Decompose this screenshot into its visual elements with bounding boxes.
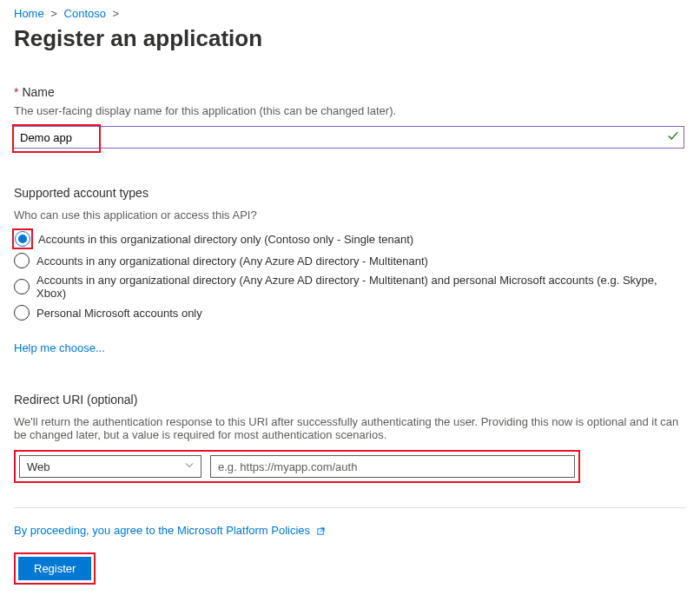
breadcrumb-tenant[interactable]: Contoso bbox=[64, 7, 106, 20]
radio-label: Accounts in any organizational directory… bbox=[36, 255, 428, 268]
radio-option-personal[interactable]: Personal Microsoft accounts only bbox=[14, 305, 686, 321]
name-input-wrap bbox=[12, 126, 684, 149]
platform-select-wrap: Web bbox=[19, 455, 201, 478]
account-types-heading: Supported account types bbox=[14, 186, 686, 200]
page-title: Register an application bbox=[14, 25, 686, 52]
radio-label: Personal Microsoft accounts only bbox=[36, 307, 202, 320]
required-star-icon: * bbox=[14, 85, 18, 99]
help-me-choose-link[interactable]: Help me choose... bbox=[14, 341, 105, 354]
radio-circle-icon bbox=[15, 231, 30, 247]
radio-option-single-tenant[interactable]: Accounts in this organizational director… bbox=[14, 230, 686, 248]
radio-circle-icon bbox=[14, 305, 30, 321]
account-types-question: Who can use this application or access t… bbox=[14, 208, 686, 222]
name-description: The user-facing display name for this ap… bbox=[14, 104, 686, 117]
radio-selected-highlight bbox=[14, 230, 31, 248]
redirect-uri-highlight: Web bbox=[14, 450, 580, 483]
account-types-radio-group: Accounts in this organizational director… bbox=[14, 230, 686, 321]
redirect-uri-input[interactable] bbox=[210, 455, 575, 478]
radio-label: Accounts in this organizational director… bbox=[38, 233, 413, 246]
breadcrumb-sep-1: > bbox=[50, 7, 57, 20]
radio-option-multitenant-personal[interactable]: Accounts in any organizational directory… bbox=[14, 274, 686, 300]
register-button[interactable]: Register bbox=[18, 557, 91, 580]
register-highlight: Register bbox=[14, 552, 96, 585]
platform-select[interactable]: Web bbox=[19, 455, 201, 478]
redirect-uri-row: Web bbox=[19, 455, 575, 478]
breadcrumb-sep-2: > bbox=[113, 7, 120, 20]
divider bbox=[14, 507, 686, 508]
name-label: *Name bbox=[14, 85, 686, 99]
redirect-uri-description: We'll return the authentication response… bbox=[14, 415, 686, 441]
radio-circle-icon bbox=[14, 279, 30, 294]
external-link-icon bbox=[316, 526, 326, 539]
radio-circle-icon bbox=[14, 253, 30, 268]
policy-link[interactable]: Microsoft Platform Policies bbox=[177, 524, 310, 537]
policy-text: By proceeding, you agree to the Microsof… bbox=[14, 524, 686, 539]
radio-label: Accounts in any organizational directory… bbox=[36, 274, 686, 300]
name-highlight-box bbox=[14, 126, 99, 151]
redirect-uri-heading: Redirect URI (optional) bbox=[14, 393, 686, 407]
radio-option-multitenant[interactable]: Accounts in any organizational directory… bbox=[14, 253, 686, 268]
breadcrumb: Home > Contoso > bbox=[14, 7, 686, 20]
name-input[interactable] bbox=[12, 126, 684, 149]
platform-selected-value: Web bbox=[27, 460, 50, 473]
breadcrumb-home[interactable]: Home bbox=[14, 7, 44, 20]
